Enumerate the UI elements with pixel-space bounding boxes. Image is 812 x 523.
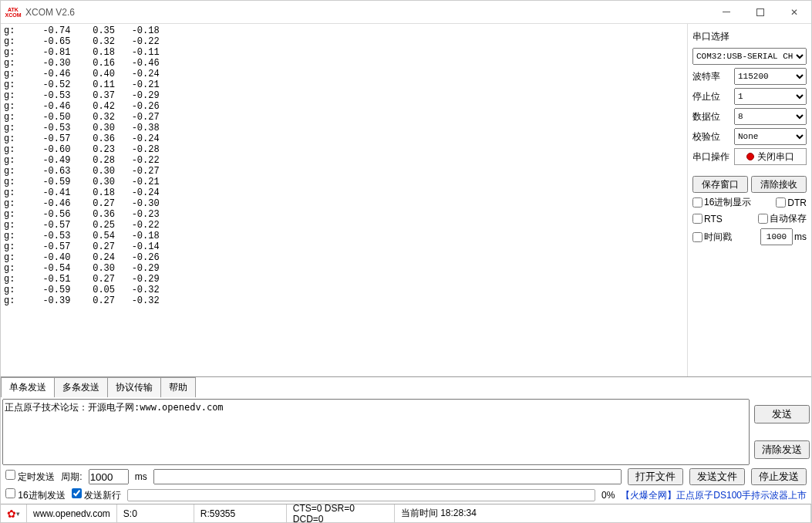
- terminal-line: g: -0.63 0.30 -0.27: [4, 166, 684, 177]
- ad-link[interactable]: 【火爆全网】正点原子DS100手持示波器上市: [621, 489, 807, 502]
- terminal-line: g: -0.81 0.18 -0.11: [4, 47, 684, 58]
- send-tabs: 单条发送 多条发送 协议传输 帮助: [1, 377, 811, 397]
- gear-icon[interactable]: ✿: [7, 508, 16, 520]
- terminal-line: g: -0.57 0.25 -0.22: [4, 220, 684, 231]
- port-op-label: 串口操作: [692, 150, 729, 164]
- period-label: 周期:: [61, 471, 82, 484]
- rts-checkbox[interactable]: RTS: [692, 214, 723, 224]
- terminal-line: g: -0.57 0.27 -0.14: [4, 241, 684, 252]
- status-signals: CTS=0 DSR=0 DCD=0: [287, 504, 395, 522]
- timed-send-checkbox[interactable]: 定时发送: [5, 470, 55, 484]
- parity-select[interactable]: None: [734, 128, 807, 145]
- terminal-line: g: -0.53 0.54 -0.18: [4, 231, 684, 241]
- timestamp-checkbox[interactable]: 时间戳: [692, 231, 732, 244]
- terminal-output[interactable]: g: -0.74 0.35 -0.18g: -0.65 0.32 -0.22g:…: [1, 24, 688, 376]
- terminal-line: g: -0.41 0.18 -0.24: [4, 187, 684, 198]
- hex-send-checkbox[interactable]: 16进制发送: [5, 488, 66, 502]
- record-icon: [746, 153, 754, 160]
- status-url[interactable]: www.openedv.com: [27, 504, 117, 522]
- send-file-button[interactable]: 发送文件: [689, 468, 745, 485]
- sidebar: 串口选择 COM32:USB-SERIAL CH34 波特率 115200 停止…: [688, 24, 811, 376]
- statusbar: ✿ ▾ www.openedv.com S:0 R:59355 CTS=0 DS…: [1, 504, 811, 522]
- autosave-checkbox[interactable]: 自动保存: [758, 212, 807, 225]
- dtr-checkbox[interactable]: DTR: [776, 197, 807, 208]
- clear-send-button[interactable]: 清除发送: [754, 440, 810, 459]
- terminal-line: g: -0.53 0.30 -0.38: [4, 123, 684, 133]
- tab-single-send[interactable]: 单条发送: [1, 377, 55, 397]
- timestamp-unit: ms: [794, 231, 807, 242]
- terminal-line: g: -0.57 0.36 -0.24: [4, 133, 684, 144]
- progress-percent: 0%: [601, 490, 615, 501]
- stopbit-label: 停止位: [692, 90, 729, 103]
- send-textarea[interactable]: [2, 399, 750, 465]
- terminal-line: g: -0.40 0.24 -0.26: [4, 252, 684, 263]
- port-toggle-button[interactable]: 关闭串口: [734, 148, 807, 165]
- app-title: XCOM V2.6: [25, 7, 75, 18]
- save-window-button[interactable]: 保存窗口: [692, 176, 748, 193]
- status-recv-count: R:59355: [194, 504, 287, 522]
- tab-multi-send[interactable]: 多条发送: [54, 377, 108, 397]
- parity-label: 校验位: [692, 130, 729, 143]
- databit-select[interactable]: 8: [734, 108, 807, 125]
- file-path-input[interactable]: [153, 469, 622, 484]
- app-logo-icon: ATKXCOM: [4, 3, 22, 22]
- terminal-line: g: -0.60 0.23 -0.28: [4, 144, 684, 155]
- port-select[interactable]: COM32:USB-SERIAL CH34: [692, 48, 807, 65]
- terminal-line: g: -0.56 0.36 -0.23: [4, 209, 684, 220]
- terminal-line: g: -0.30 0.16 -0.46: [4, 58, 684, 69]
- terminal-line: g: -0.46 0.40 -0.24: [4, 69, 684, 79]
- maximize-button[interactable]: [743, 1, 777, 24]
- databit-label: 数据位: [692, 110, 729, 123]
- send-progress: [127, 489, 595, 501]
- baud-label: 波特率: [692, 70, 729, 83]
- terminal-line: g: -0.52 0.11 -0.21: [4, 79, 684, 90]
- terminal-line: g: -0.46 0.42 -0.26: [4, 101, 684, 112]
- period-unit: ms: [135, 471, 147, 482]
- tab-help[interactable]: 帮助: [160, 377, 196, 397]
- status-send-count: S:0: [117, 504, 194, 522]
- terminal-line: g: -0.51 0.27 -0.29: [4, 274, 684, 285]
- terminal-line: g: -0.54 0.30 -0.29: [4, 263, 684, 274]
- open-file-button[interactable]: 打开文件: [628, 468, 683, 485]
- clear-recv-button[interactable]: 清除接收: [751, 176, 807, 193]
- status-time: 当前时间 18:28:34: [395, 504, 811, 522]
- tab-protocol[interactable]: 协议传输: [107, 377, 161, 397]
- terminal-line: g: -0.39 0.27 -0.32: [4, 295, 684, 306]
- stopbit-select[interactable]: 1: [734, 88, 807, 105]
- minimize-button[interactable]: [709, 1, 743, 24]
- timestamp-interval-input[interactable]: [760, 228, 793, 245]
- port-section-label: 串口选择: [692, 30, 807, 43]
- terminal-line: g: -0.65 0.32 -0.22: [4, 36, 684, 47]
- baud-select[interactable]: 115200: [734, 68, 807, 85]
- close-button[interactable]: [777, 1, 811, 24]
- terminal-line: g: -0.50 0.32 -0.27: [4, 112, 684, 123]
- terminal-line: g: -0.74 0.35 -0.18: [4, 25, 684, 36]
- terminal-line: g: -0.59 0.05 -0.32: [4, 285, 684, 295]
- hex-display-checkbox[interactable]: 16进制显示: [692, 196, 751, 209]
- terminal-line: g: -0.59 0.30 -0.21: [4, 177, 684, 187]
- dropdown-icon[interactable]: ▾: [16, 510, 20, 518]
- terminal-line: g: -0.49 0.28 -0.22: [4, 155, 684, 166]
- stop-send-button[interactable]: 停止发送: [751, 468, 807, 485]
- send-button[interactable]: 发送: [754, 405, 810, 423]
- send-newline-checkbox[interactable]: 发送新行: [72, 488, 121, 502]
- terminal-line: g: -0.46 0.27 -0.30: [4, 198, 684, 209]
- terminal-line: g: -0.53 0.37 -0.29: [4, 90, 684, 101]
- period-input[interactable]: [89, 469, 129, 484]
- titlebar: ATKXCOM XCOM V2.6: [1, 1, 811, 24]
